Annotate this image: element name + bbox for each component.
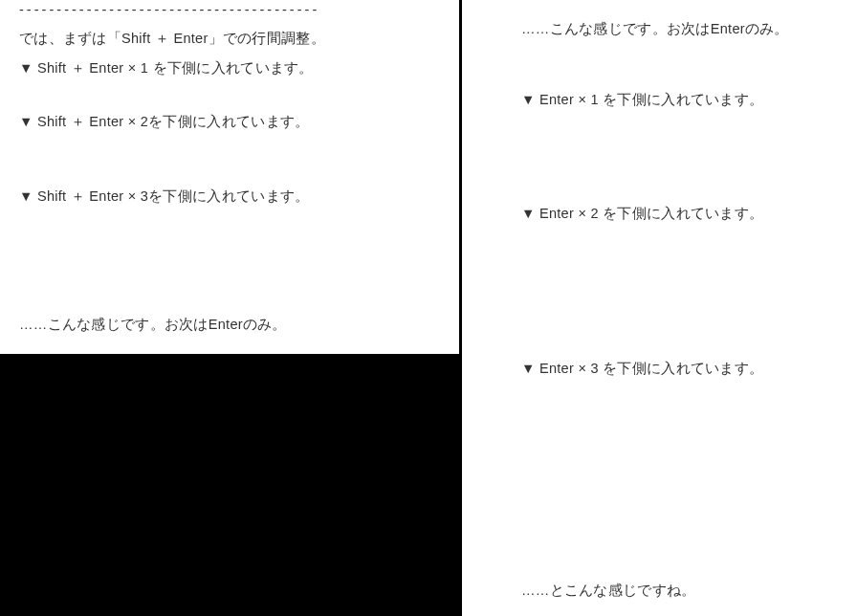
left-panel: - - - - - - - - - - - - - - - - - - - - …: [0, 0, 459, 354]
right-enter-2: ▼ Enter × 2 を下側に入れています。: [521, 204, 763, 225]
right-enter-3: ▼ Enter × 3 を下側に入れています。: [521, 359, 763, 380]
left-outro: ……こんな感じです。お次はEnterのみ。: [19, 315, 287, 336]
right-panel: ……こんな感じです。お次はEnterのみ。 ▼ Enter × 1 を下側に入れ…: [462, 0, 857, 616]
right-outro: ……とこんな感じですね。: [521, 581, 695, 602]
left-shift-enter-3: ▼ Shift ＋ Enter × 3を下側に入れています。: [19, 187, 309, 208]
right-enter-1: ▼ Enter × 1 を下側に入れています。: [521, 90, 763, 111]
right-top: ……こんな感じです。お次はEnterのみ。: [521, 19, 789, 40]
divider-dashes: - - - - - - - - - - - - - - - - - - - - …: [19, 0, 317, 21]
left-shift-enter-2: ▼ Shift ＋ Enter × 2を下側に入れています。: [19, 112, 309, 133]
left-intro: では、まずは「Shift ＋ Enter」での行間調整。: [19, 29, 325, 50]
left-shift-enter-1: ▼ Shift ＋ Enter × 1 を下側に入れています。: [19, 58, 314, 79]
